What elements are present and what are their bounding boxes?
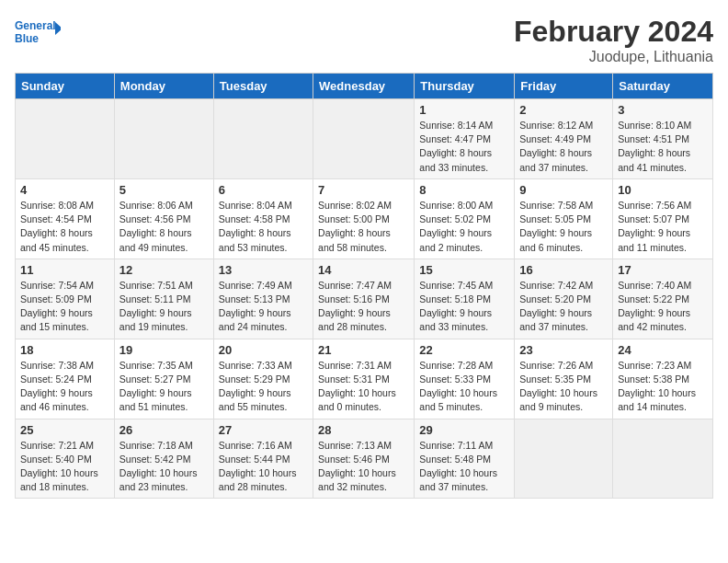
day-number: 25 xyxy=(20,423,109,437)
day-info: Sunrise: 7:13 AMSunset: 5:46 PMDaylight:… xyxy=(318,439,409,495)
day-number: 13 xyxy=(219,263,308,277)
calendar-cell: 12Sunrise: 7:51 AMSunset: 5:11 PMDayligh… xyxy=(114,259,213,339)
day-info: Sunrise: 7:58 AMSunset: 5:05 PMDaylight:… xyxy=(519,199,608,255)
day-number: 27 xyxy=(219,423,308,437)
calendar-cell: 28Sunrise: 7:13 AMSunset: 5:46 PMDayligh… xyxy=(313,419,415,499)
day-number: 20 xyxy=(219,343,308,357)
calendar-cell: 7Sunrise: 8:02 AMSunset: 5:00 PMDaylight… xyxy=(313,178,415,259)
day-number: 9 xyxy=(519,183,608,197)
calendar-cell xyxy=(213,99,313,179)
weekday-header-wednesday: Wednesday xyxy=(313,74,415,99)
calendar-week-row: 4Sunrise: 8:08 AMSunset: 4:54 PMDaylight… xyxy=(16,178,713,259)
day-number: 18 xyxy=(20,343,109,357)
calendar-cell: 17Sunrise: 7:40 AMSunset: 5:22 PMDayligh… xyxy=(613,259,713,339)
calendar-cell: 18Sunrise: 7:38 AMSunset: 5:24 PMDayligh… xyxy=(16,339,115,419)
calendar-cell: 15Sunrise: 7:45 AMSunset: 5:18 PMDayligh… xyxy=(415,259,515,339)
weekday-header-friday: Friday xyxy=(515,74,613,99)
calendar-cell: 26Sunrise: 7:18 AMSunset: 5:42 PMDayligh… xyxy=(114,419,213,499)
day-info: Sunrise: 7:40 AMSunset: 5:22 PMDaylight:… xyxy=(618,279,708,335)
day-number: 28 xyxy=(318,423,409,437)
calendar-cell: 1Sunrise: 8:14 AMSunset: 4:47 PMDaylight… xyxy=(415,99,515,179)
calendar-cell: 16Sunrise: 7:42 AMSunset: 5:20 PMDayligh… xyxy=(515,259,613,339)
calendar-cell: 20Sunrise: 7:33 AMSunset: 5:29 PMDayligh… xyxy=(213,339,313,419)
calendar-week-row: 18Sunrise: 7:38 AMSunset: 5:24 PMDayligh… xyxy=(16,339,713,419)
calendar-cell: 29Sunrise: 7:11 AMSunset: 5:48 PMDayligh… xyxy=(415,419,515,499)
day-info: Sunrise: 7:26 AMSunset: 5:35 PMDaylight:… xyxy=(519,359,608,415)
calendar-week-row: 25Sunrise: 7:21 AMSunset: 5:40 PMDayligh… xyxy=(16,419,713,499)
svg-text:Blue: Blue xyxy=(15,32,39,45)
day-info: Sunrise: 7:56 AMSunset: 5:07 PMDaylight:… xyxy=(618,199,708,255)
logo: General Blue xyxy=(15,15,61,52)
day-number: 16 xyxy=(519,263,608,277)
day-info: Sunrise: 7:31 AMSunset: 5:31 PMDaylight:… xyxy=(318,359,409,415)
calendar-cell xyxy=(16,99,115,179)
calendar-cell: 2Sunrise: 8:12 AMSunset: 4:49 PMDaylight… xyxy=(515,99,613,179)
weekday-header-thursday: Thursday xyxy=(415,74,515,99)
day-number: 17 xyxy=(618,263,708,277)
calendar-cell: 23Sunrise: 7:26 AMSunset: 5:35 PMDayligh… xyxy=(515,339,613,419)
calendar-cell: 10Sunrise: 7:56 AMSunset: 5:07 PMDayligh… xyxy=(613,178,713,259)
day-info: Sunrise: 7:38 AMSunset: 5:24 PMDaylight:… xyxy=(20,359,109,415)
calendar-cell: 24Sunrise: 7:23 AMSunset: 5:38 PMDayligh… xyxy=(613,339,713,419)
calendar-cell: 4Sunrise: 8:08 AMSunset: 4:54 PMDaylight… xyxy=(16,178,115,259)
calendar-cell: 21Sunrise: 7:31 AMSunset: 5:31 PMDayligh… xyxy=(313,339,415,419)
day-info: Sunrise: 7:16 AMSunset: 5:44 PMDaylight:… xyxy=(219,439,308,495)
day-info: Sunrise: 7:18 AMSunset: 5:42 PMDaylight:… xyxy=(119,439,209,495)
day-info: Sunrise: 7:54 AMSunset: 5:09 PMDaylight:… xyxy=(20,279,109,335)
calendar-cell: 3Sunrise: 8:10 AMSunset: 4:51 PMDaylight… xyxy=(613,99,713,179)
day-info: Sunrise: 7:23 AMSunset: 5:38 PMDaylight:… xyxy=(618,359,708,415)
day-info: Sunrise: 7:11 AMSunset: 5:48 PMDaylight:… xyxy=(419,439,509,495)
day-info: Sunrise: 7:49 AMSunset: 5:13 PMDaylight:… xyxy=(219,279,308,335)
weekday-header-monday: Monday xyxy=(114,74,213,99)
weekday-header-sunday: Sunday xyxy=(16,74,115,99)
calendar-week-row: 11Sunrise: 7:54 AMSunset: 5:09 PMDayligh… xyxy=(16,259,713,339)
calendar-cell: 27Sunrise: 7:16 AMSunset: 5:44 PMDayligh… xyxy=(213,419,313,499)
day-number: 5 xyxy=(119,183,209,197)
logo-icon: General Blue xyxy=(15,15,61,52)
calendar-week-row: 1Sunrise: 8:14 AMSunset: 4:47 PMDaylight… xyxy=(16,99,713,179)
calendar-cell: 13Sunrise: 7:49 AMSunset: 5:13 PMDayligh… xyxy=(213,259,313,339)
day-number: 22 xyxy=(419,343,509,357)
day-number: 29 xyxy=(419,423,509,437)
calendar-cell: 6Sunrise: 8:04 AMSunset: 4:58 PMDaylight… xyxy=(213,178,313,259)
calendar-cell: 14Sunrise: 7:47 AMSunset: 5:16 PMDayligh… xyxy=(313,259,415,339)
day-info: Sunrise: 7:35 AMSunset: 5:27 PMDaylight:… xyxy=(119,359,209,415)
day-number: 14 xyxy=(318,263,409,277)
month-year: February 2024 xyxy=(514,15,713,49)
day-info: Sunrise: 7:28 AMSunset: 5:33 PMDaylight:… xyxy=(419,359,509,415)
day-number: 1 xyxy=(419,103,509,117)
calendar-cell xyxy=(313,99,415,179)
day-info: Sunrise: 7:47 AMSunset: 5:16 PMDaylight:… xyxy=(318,279,409,335)
calendar-cell: 22Sunrise: 7:28 AMSunset: 5:33 PMDayligh… xyxy=(415,339,515,419)
day-info: Sunrise: 7:51 AMSunset: 5:11 PMDaylight:… xyxy=(119,279,209,335)
weekday-header-saturday: Saturday xyxy=(613,74,713,99)
calendar-cell xyxy=(613,419,713,499)
day-info: Sunrise: 7:33 AMSunset: 5:29 PMDaylight:… xyxy=(219,359,308,415)
svg-text:General: General xyxy=(15,19,56,32)
day-info: Sunrise: 8:10 AMSunset: 4:51 PMDaylight:… xyxy=(618,119,708,175)
day-number: 7 xyxy=(318,183,409,197)
calendar-cell xyxy=(114,99,213,179)
day-number: 4 xyxy=(20,183,109,197)
day-number: 24 xyxy=(618,343,708,357)
weekday-header-row: SundayMondayTuesdayWednesdayThursdayFrid… xyxy=(16,74,713,99)
day-number: 21 xyxy=(318,343,409,357)
day-number: 3 xyxy=(618,103,708,117)
day-info: Sunrise: 8:02 AMSunset: 5:00 PMDaylight:… xyxy=(318,199,409,255)
day-number: 23 xyxy=(519,343,608,357)
day-number: 6 xyxy=(219,183,308,197)
calendar-cell: 19Sunrise: 7:35 AMSunset: 5:27 PMDayligh… xyxy=(114,339,213,419)
calendar-cell: 9Sunrise: 7:58 AMSunset: 5:05 PMDaylight… xyxy=(515,178,613,259)
calendar-cell xyxy=(515,419,613,499)
day-number: 11 xyxy=(20,263,109,277)
calendar-cell: 5Sunrise: 8:06 AMSunset: 4:56 PMDaylight… xyxy=(114,178,213,259)
day-number: 10 xyxy=(618,183,708,197)
calendar-cell: 8Sunrise: 8:00 AMSunset: 5:02 PMDaylight… xyxy=(415,178,515,259)
title-block: February 2024 Juodupe, Lithuania xyxy=(514,15,713,65)
day-number: 26 xyxy=(119,423,209,437)
day-info: Sunrise: 8:06 AMSunset: 4:56 PMDaylight:… xyxy=(119,199,209,255)
day-number: 2 xyxy=(519,103,608,117)
day-info: Sunrise: 7:45 AMSunset: 5:18 PMDaylight:… xyxy=(419,279,509,335)
day-info: Sunrise: 8:14 AMSunset: 4:47 PMDaylight:… xyxy=(419,119,509,175)
calendar-cell: 11Sunrise: 7:54 AMSunset: 5:09 PMDayligh… xyxy=(16,259,115,339)
